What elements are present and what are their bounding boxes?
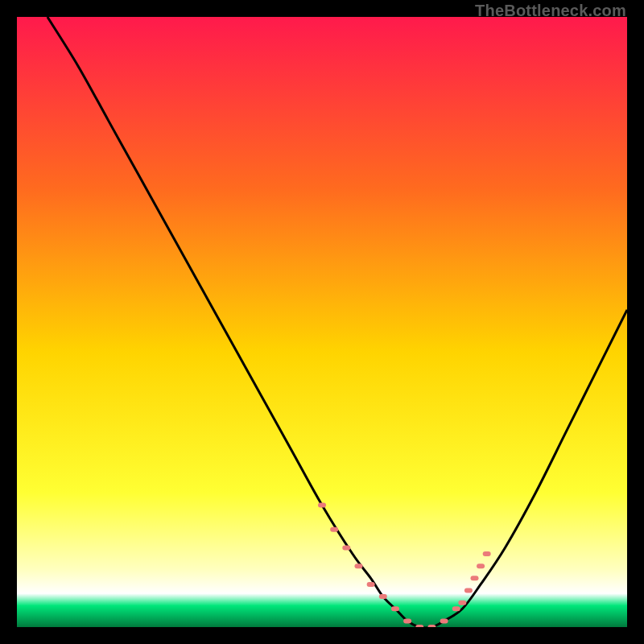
bottleneck-curve — [47, 17, 627, 627]
marker-dot — [452, 606, 460, 611]
marker-dot — [458, 601, 466, 605]
marker-dot — [477, 564, 485, 568]
marker-dot — [379, 594, 387, 599]
bottleneck-curve-svg — [17, 17, 627, 627]
marker-dot — [464, 588, 473, 593]
marker-dot — [427, 625, 436, 627]
watermark-text: TheBottleneck.com — [475, 2, 626, 20]
marker-dot — [354, 564, 362, 568]
chart-stage: TheBottleneck.com — [0, 0, 644, 644]
marker-dot — [391, 606, 399, 611]
marker-dot — [415, 625, 423, 627]
marker-dot — [330, 527, 338, 532]
marker-dot — [440, 618, 448, 623]
marker-dots — [318, 502, 491, 627]
marker-dot — [318, 502, 326, 507]
marker-dot — [483, 551, 491, 556]
marker-dot — [403, 618, 411, 623]
marker-dot — [367, 582, 375, 587]
marker-dot — [342, 545, 350, 550]
marker-dot — [471, 576, 479, 580]
plot-area — [17, 17, 627, 627]
